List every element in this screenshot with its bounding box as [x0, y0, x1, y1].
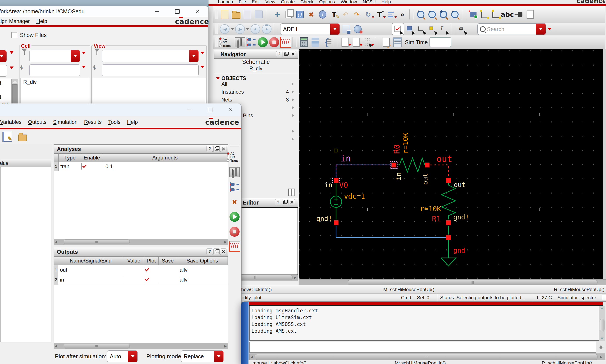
console-vscrollbar[interactable] [599, 306, 605, 341]
console-window: Loading msgHandler.cxtLoading UltraSim.c… [0, 0, 606, 364]
list-item[interactable]: Loading msgHandler.cxt [251, 307, 599, 314]
command-spinner[interactable] [599, 342, 603, 352]
list-item[interactable]: Loading AMS.cxt [251, 328, 599, 335]
console-statusbar: mouse L: showClickInfo() M: schHiMousePo… [248, 360, 606, 364]
console-status-right: R: schHiMousePopUp() [542, 360, 592, 364]
screen: LaunchFileEditViewCreateCheckOptionsWind… [0, 0, 606, 364]
console-hscrollbar[interactable]: ◀▶ [249, 353, 605, 361]
console-log[interactable]: Loading msgHandler.cxtLoading UltraSim.c… [249, 306, 599, 341]
console-command-input[interactable] [249, 342, 596, 353]
console-status-left: mouse L: showClickInfo() [252, 360, 307, 364]
list-item[interactable]: Loading UltraSim.cxt [251, 314, 599, 321]
console-status-middle: M: schHiMousePopUp() [395, 360, 446, 364]
divider [249, 305, 603, 306]
accent-line [249, 302, 603, 305]
list-item[interactable]: Loading AMSOSS.cxt [251, 321, 599, 328]
